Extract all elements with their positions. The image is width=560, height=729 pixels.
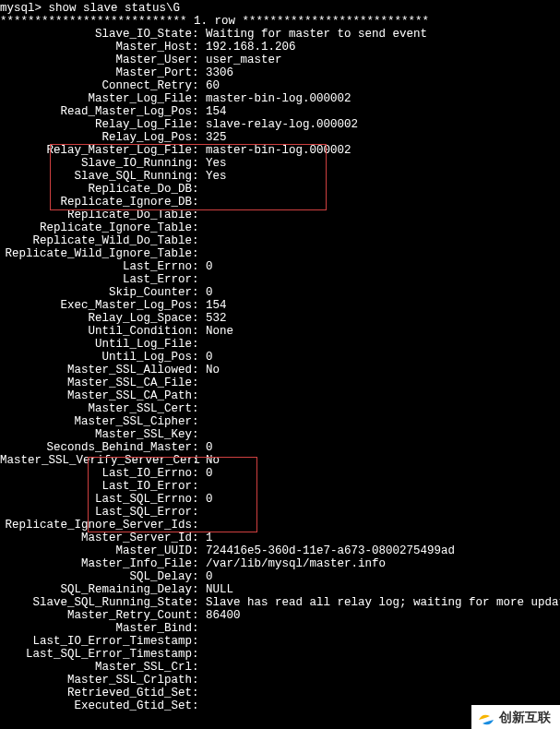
- status-line: Until_Log_Pos: 0: [0, 351, 560, 364]
- field-key: Relay_Log_Space: [0, 312, 192, 325]
- field-key: Relay_Master_Log_File: [0, 144, 192, 157]
- field-value: user_master: [206, 54, 282, 66]
- field-value: None: [206, 325, 233, 338]
- status-line: Master_User: user_master: [0, 54, 560, 66]
- field-key: Master_SSL_Cipher: [0, 415, 192, 428]
- field-key: Master_Port: [0, 66, 192, 79]
- field-separator: :: [192, 183, 206, 196]
- status-line: Replicate_Do_Table:: [0, 209, 560, 221]
- row-header-mid: 1. row: [187, 15, 243, 28]
- status-line: Last_Error:: [0, 273, 560, 286]
- field-value: Waiting for master to send event: [206, 28, 427, 41]
- field-key: Replicate_Ignore_DB: [0, 196, 192, 209]
- field-separator: :: [192, 28, 206, 41]
- field-key: Last_IO_Error: [0, 480, 192, 493]
- field-separator: :: [192, 299, 206, 312]
- status-line: Relay_Log_Space: 532: [0, 312, 560, 325]
- field-key: Master_SSL_Verify_Server_Cert: [0, 454, 192, 467]
- status-line: Relay_Log_Pos: 325: [0, 131, 560, 144]
- field-separator: :: [192, 570, 206, 583]
- field-key: Master_Info_File: [0, 557, 192, 570]
- status-line: Master_SSL_CA_Path:: [0, 389, 560, 402]
- field-key: Connect_Retry: [0, 79, 192, 92]
- status-line: Master_Bind:: [0, 622, 560, 635]
- field-value: /var/lib/mysql/master.info: [206, 557, 386, 570]
- field-key: Slave_IO_State: [0, 28, 192, 41]
- field-separator: :: [192, 493, 206, 506]
- field-separator: :: [192, 428, 206, 441]
- field-separator: :: [192, 402, 206, 415]
- status-line: Master_Server_Id: 1: [0, 532, 560, 544]
- status-line: Replicate_Ignore_DB:: [0, 196, 560, 209]
- field-separator: :: [192, 338, 206, 351]
- field-separator: :: [192, 196, 206, 209]
- status-line: Last_Errno: 0: [0, 260, 560, 273]
- watermark-icon: [477, 711, 495, 729]
- field-separator: :: [192, 557, 206, 570]
- field-separator: :: [192, 376, 206, 389]
- field-value: 86400: [206, 609, 241, 622]
- field-value: master-bin-log.000002: [206, 92, 351, 105]
- field-value: 0: [206, 260, 213, 273]
- status-line: Master_UUID: 724416e5-360d-11e7-a673-080…: [0, 544, 560, 557]
- field-key: Master_Log_File: [0, 92, 192, 105]
- field-separator: :: [192, 105, 206, 118]
- field-separator: :: [192, 622, 206, 635]
- field-separator: :: [192, 131, 206, 144]
- field-value: 3306: [206, 66, 233, 79]
- field-key: Replicate_Wild_Do_Table: [0, 234, 192, 247]
- field-separator: :: [192, 635, 206, 648]
- status-line: Master_SSL_Cipher:: [0, 415, 560, 428]
- field-key: Master_SSL_Crlpath: [0, 674, 192, 687]
- field-separator: :: [192, 532, 206, 544]
- field-key: Until_Condition: [0, 325, 192, 338]
- field-separator: :: [192, 273, 206, 286]
- status-line: Until_Condition: None: [0, 325, 560, 338]
- field-separator: :: [192, 519, 206, 532]
- status-line: Relay_Log_File: slave-relay-log.000002: [0, 118, 560, 131]
- status-line: Master_SSL_Crl:: [0, 661, 560, 674]
- field-separator: :: [192, 234, 206, 247]
- field-key: Last_IO_Errno: [0, 467, 192, 480]
- field-value: 325: [206, 131, 227, 144]
- field-key: SQL_Remaining_Delay: [0, 583, 192, 596]
- field-key: Last_Error: [0, 273, 192, 286]
- field-separator: :: [192, 286, 206, 299]
- field-value: 0: [206, 570, 213, 583]
- row-header-left: ***************************: [0, 15, 187, 28]
- field-value: 0: [206, 351, 213, 364]
- field-separator: :: [192, 687, 206, 699]
- field-value: 154: [206, 105, 227, 118]
- field-key: Master_Server_Id: [0, 532, 192, 544]
- status-line: Relay_Master_Log_File: master-bin-log.00…: [0, 144, 560, 157]
- field-separator: :: [192, 54, 206, 66]
- watermark-text: 创新互联: [499, 711, 551, 723]
- field-separator: :: [192, 648, 206, 661]
- field-key: Relay_Log_File: [0, 118, 192, 131]
- status-line: Master_Host: 192.168.1.206: [0, 41, 560, 54]
- field-key: Replicate_Ignore_Table: [0, 221, 192, 234]
- field-separator: :: [192, 699, 206, 712]
- field-value: No: [206, 454, 220, 467]
- field-value: 0: [206, 467, 213, 480]
- field-value: 192.168.1.206: [206, 41, 296, 54]
- field-key: Last_SQL_Error_Timestamp: [0, 648, 192, 661]
- status-line: Master_Log_File: master-bin-log.000002: [0, 92, 560, 105]
- field-value: 0: [206, 286, 213, 299]
- field-key: Master_SSL_CA_Path: [0, 389, 192, 402]
- field-key: Master_UUID: [0, 544, 192, 557]
- status-line: Replicate_Ignore_Table:: [0, 221, 560, 234]
- field-separator: :: [192, 247, 206, 260]
- status-line: SQL_Delay: 0: [0, 570, 560, 583]
- status-line: Slave_SQL_Running_State: Slave has read …: [0, 596, 560, 609]
- field-separator: :: [192, 209, 206, 221]
- field-value: 532: [206, 312, 227, 325]
- field-separator: :: [192, 157, 206, 170]
- status-line: Exec_Master_Log_Pos: 154: [0, 299, 560, 312]
- field-key: Skip_Counter: [0, 286, 192, 299]
- field-value: slave-relay-log.000002: [206, 118, 358, 131]
- field-separator: :: [192, 41, 206, 54]
- field-key: Last_SQL_Error: [0, 506, 192, 519]
- field-key: Master_Host: [0, 41, 192, 54]
- field-value: No: [206, 364, 220, 376]
